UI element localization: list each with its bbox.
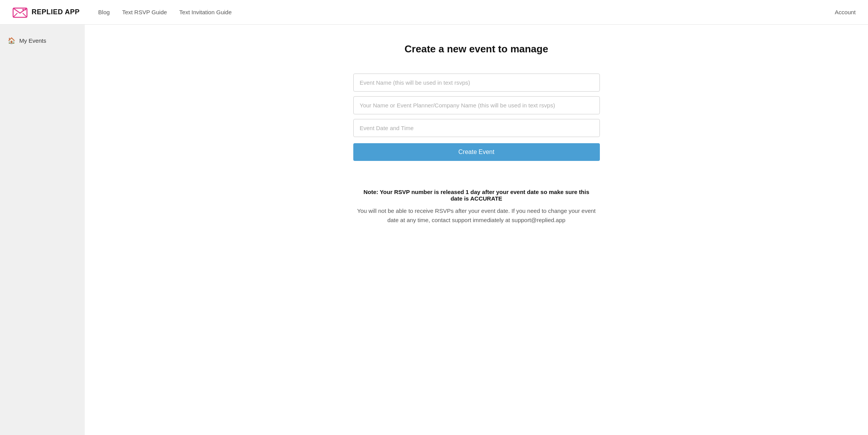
sidebar-item-my-events[interactable]: 🏠 My Events — [0, 32, 85, 49]
create-event-button[interactable]: Create Event — [353, 143, 600, 161]
sidebar-my-events-label: My Events — [19, 37, 46, 44]
svg-point-3 — [22, 9, 24, 10]
header: REPLIED APP Blog Text RSVP Guide Text In… — [0, 0, 868, 25]
event-date-input[interactable] — [353, 119, 600, 137]
page-title: Create a new event to manage — [405, 43, 548, 55]
main-content: Create a new event to manage Create Even… — [85, 25, 868, 435]
note-body-text: You will not be able to receive RSVPs af… — [357, 206, 596, 225]
nav-blog[interactable]: Blog — [98, 9, 110, 15]
svg-point-4 — [25, 9, 26, 10]
nav-invitation-guide[interactable]: Text Invitation Guide — [179, 9, 232, 15]
planner-name-input[interactable] — [353, 96, 600, 114]
event-name-input[interactable] — [353, 74, 600, 92]
note-bold-text: Note: Your RSVP number is released 1 day… — [357, 189, 596, 202]
note-section: Note: Your RSVP number is released 1 day… — [357, 189, 596, 225]
brand-name: REPLIED APP — [32, 8, 80, 16]
sidebar: 🏠 My Events — [0, 25, 85, 435]
account-link[interactable]: Account — [835, 9, 856, 15]
logo[interactable]: REPLIED APP — [12, 6, 80, 18]
layout: 🏠 My Events Create a new event to manage… — [0, 25, 868, 435]
logo-icon — [12, 6, 28, 18]
home-icon: 🏠 — [8, 37, 15, 44]
create-event-form: Create Event — [353, 74, 600, 161]
nav-rsvp-guide[interactable]: Text RSVP Guide — [122, 9, 167, 15]
svg-line-2 — [23, 13, 27, 17]
main-nav: Blog Text RSVP Guide Text Invitation Gui… — [98, 9, 835, 15]
svg-line-1 — [13, 13, 17, 17]
